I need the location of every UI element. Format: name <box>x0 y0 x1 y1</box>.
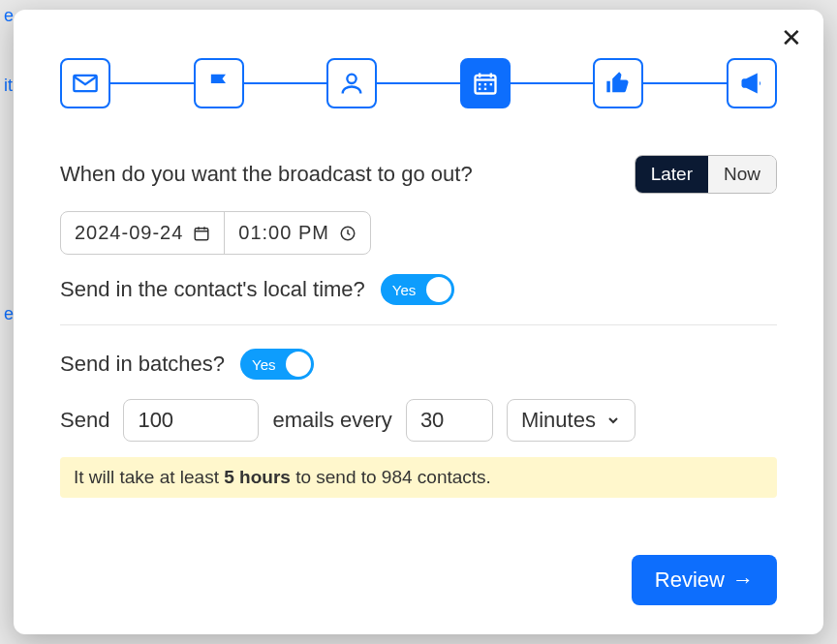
batch-middle-label: emails every <box>272 408 391 433</box>
date-value: 2024-09-24 <box>75 222 183 244</box>
toggle-state-label: Yes <box>240 356 275 373</box>
svg-rect-4 <box>484 83 486 85</box>
arrow-right-icon: → <box>732 567 754 593</box>
batch-size-input[interactable] <box>123 399 259 442</box>
batches-toggle[interactable]: Yes <box>240 349 314 380</box>
datetime-group: 2024-09-24 01:00 PM <box>60 211 371 255</box>
batch-prefix-label: Send <box>60 408 109 433</box>
schedule-broadcast-modal: ✕ When do you want the broadcast to go o… <box>14 10 823 634</box>
modal-footer: Review → <box>632 555 777 605</box>
batch-config-row: Send emails every Minutes <box>60 399 777 442</box>
step-send[interactable] <box>727 58 777 108</box>
review-button[interactable]: Review → <box>632 555 777 605</box>
time-input[interactable]: 01:00 PM <box>224 212 370 254</box>
date-input[interactable]: 2024-09-24 <box>61 212 224 254</box>
batch-estimate-notice: It will take at least 5 hours to send to… <box>60 457 777 498</box>
clock-icon <box>339 225 356 242</box>
notice-suffix: to send to 984 contacts. <box>291 467 491 487</box>
step-audience[interactable] <box>326 58 377 108</box>
toggle-knob <box>426 277 451 302</box>
review-button-label: Review <box>655 567 725 593</box>
notice-prefix: It will take at least <box>74 467 224 487</box>
svg-point-1 <box>348 75 356 83</box>
close-icon: ✕ <box>781 23 802 52</box>
svg-rect-5 <box>489 83 491 85</box>
step-connector <box>110 82 194 84</box>
svg-rect-8 <box>196 228 209 239</box>
notice-strong: 5 hours <box>224 467 291 487</box>
step-connector <box>244 82 327 84</box>
later-button[interactable]: Later <box>636 156 708 193</box>
timing-segmented-control: Later Now <box>635 155 777 194</box>
batch-interval-input[interactable] <box>406 399 493 442</box>
now-button[interactable]: Now <box>708 156 776 193</box>
step-review[interactable] <box>593 58 643 108</box>
close-button[interactable]: ✕ <box>781 25 802 50</box>
thumbs-up-icon <box>604 70 632 97</box>
person-icon <box>338 70 365 97</box>
local-time-label: Send in the contact's local time? <box>60 277 365 302</box>
batch-unit-select[interactable]: Minutes <box>507 399 636 442</box>
toggle-state-label: Yes <box>381 282 416 298</box>
svg-rect-6 <box>479 88 480 90</box>
calendar-icon <box>472 70 499 97</box>
batches-label: Send in batches? <box>60 352 225 377</box>
megaphone-icon <box>738 70 765 97</box>
step-email[interactable] <box>60 58 110 108</box>
step-connector <box>643 82 727 84</box>
step-schedule[interactable] <box>460 58 511 108</box>
step-flag[interactable] <box>194 58 244 108</box>
envelope-icon <box>72 70 99 97</box>
time-value: 01:00 PM <box>238 222 329 244</box>
svg-rect-3 <box>479 83 480 85</box>
chevron-down-icon <box>605 413 621 428</box>
step-connector <box>377 82 460 84</box>
svg-rect-7 <box>484 88 486 90</box>
step-connector <box>511 82 594 84</box>
calendar-small-icon <box>193 225 210 242</box>
toggle-knob <box>286 352 311 377</box>
flag-icon <box>205 70 232 97</box>
wizard-stepper <box>60 58 777 108</box>
schedule-prompt: When do you want the broadcast to go out… <box>60 162 473 187</box>
batch-unit-value: Minutes <box>521 408 596 433</box>
local-time-toggle[interactable]: Yes <box>381 274 454 305</box>
section-divider <box>60 324 777 325</box>
